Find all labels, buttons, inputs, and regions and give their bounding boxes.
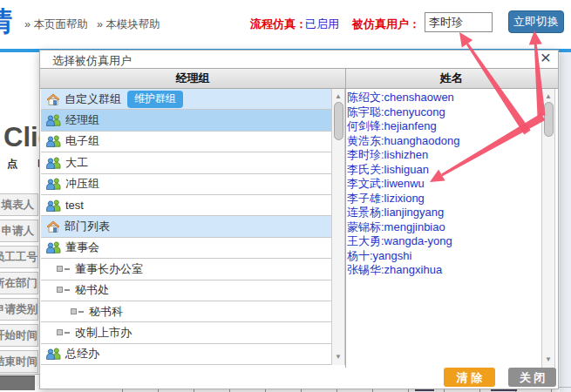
group-people-icon [46,114,61,126]
tree-branch-icon [57,328,71,337]
maintain-group-button[interactable]: 维护群组 [127,91,183,108]
simulated-user-input[interactable] [425,12,493,32]
user-name-item[interactable]: 李子雄:lizixiong [347,192,540,206]
home-icon [46,93,60,105]
tree-item-branch[interactable]: 秘书处 [41,280,331,301]
clear-button[interactable]: 清 除 [444,368,495,387]
tree-item-group[interactable]: 经理组 [41,110,331,131]
names-scrollbar-thumb[interactable] [544,102,554,137]
module-help-link[interactable]: » 本模块帮助 [97,18,160,30]
group-people-icon [46,178,61,190]
top-toolbar: 晴 » 本页面帮助» 本模块帮助 流程仿真： 已启用 被仿真用户： 立即切换 [0,0,571,49]
tree-item-branch[interactable]: 改制上市办 [41,322,331,343]
page-help-link[interactable]: » 本页面帮助 [24,18,88,30]
tree-branch-icon [71,308,85,316]
user-name-item[interactable]: 李文武:liwenwu [347,177,540,192]
background-form-label: 开始时间 [0,324,38,347]
select-user-dialog: 选择被仿真用户 × 经理组 姓名 自定义群组维护群组经理组电子组大工冲压组tes… [39,50,559,389]
names-scrollbar[interactable]: ▲ ▼ [541,89,555,368]
column-divider [345,68,346,368]
user-name-item[interactable]: 李氏关:lishiguan [347,163,540,178]
user-name-item[interactable]: 张锡华:zhangxihua [347,263,540,278]
scroll-down-icon[interactable]: ▼ [542,355,554,365]
user-name-item[interactable]: 陈宇聪:chenyucong [347,105,540,120]
tree-scrollbar-thumb[interactable] [334,102,343,140]
background-form-label: 结束时间 [0,350,38,373]
tree-item-label: 部门列表 [65,219,110,234]
tree-item-label: 改制上市办 [75,325,132,341]
background-form-label: 申请人 [0,220,38,242]
dialog-title: 选择被仿真用户 [52,53,132,69]
screen: 晴 » 本页面帮助» 本模块帮助 流程仿真： 已启用 被仿真用户： 立即切换 C… [0,0,571,392]
tree-item-branch[interactable]: 董事长办公室 [41,259,331,280]
tree-item-branch[interactable]: 秘书科 [41,301,331,322]
tree-item-label: 秘书科 [89,304,123,320]
background-form-label: 员工工号 [0,246,38,268]
background-table-cell [0,375,35,390]
group-people-icon [46,241,61,253]
user-name-item[interactable]: 何剑锋:hejianfeng [347,119,540,134]
user-name-item[interactable]: 蒙锦标:mengjinbiao [347,220,540,235]
background-form-label: 填表人 [0,193,38,216]
scroll-up-icon[interactable]: ▲ [542,91,554,102]
background-line [0,374,39,375]
tree-item-group[interactable]: 大工 [41,152,331,173]
background-panel-right [560,52,571,392]
flow-sim-label: 流程仿真： [250,17,307,32]
user-name-item[interactable]: 陈绍文:chenshaowen [347,91,540,105]
switch-now-button[interactable]: 立即切换 [508,10,564,33]
tree-item-group[interactable]: 总经办 [41,344,331,365]
background-form-label: 申请类别 [0,298,38,321]
breadcrumb: » 本页面帮助» 本模块帮助 [24,17,169,32]
group-people-icon [46,157,61,169]
group-people-icon [46,135,61,147]
tree-item-label: 电子组 [65,133,99,149]
user-name-item[interactable]: 李时珍:lishizhen [347,148,540,163]
tree-item-section[interactable]: 部门列表 [41,216,331,237]
tree-item-group[interactable]: 电子组 [41,132,331,152]
tree-item-group[interactable]: 冲压组 [41,174,331,195]
tree-item-label: 冲压组 [65,176,99,192]
tree-item-label: test [65,199,84,212]
group-people-icon [46,348,61,360]
tree-item-group[interactable]: 董事会 [41,238,331,259]
tree-item-label: 董事长办公室 [75,261,143,277]
tree-item-group[interactable]: test [41,195,331,216]
tree-item-section[interactable]: 自定义群组维护群组 [41,89,331,110]
user-name-list: 陈绍文:chenshaowen陈宇聪:chenyucong何剑锋:hejianf… [347,91,540,352]
close-button[interactable]: 关 闭 [508,368,556,387]
tree-item-label: 大工 [65,155,88,171]
home-icon [46,220,60,233]
user-name-item[interactable]: 杨十:yangshi [347,249,540,264]
name-column-header: 姓名 [345,69,558,88]
user-name-item[interactable]: 连景杨:lianjingyang [347,206,540,220]
tree-scrollbar[interactable]: ▲ ▼ [331,89,345,365]
user-name-item[interactable]: 黄浩东:huanghaodong [347,134,540,149]
tree-item-label: 董事会 [65,240,99,255]
tree-item-label: 秘书处 [75,282,109,298]
background-form-label: 所在部门 [0,272,38,294]
tree-branch-icon [57,265,71,274]
tree-branch-icon [57,286,71,294]
group-people-icon [46,199,61,212]
simulated-user-label: 被仿真用户： [352,17,420,32]
grid-header: 经理组 姓名 [40,68,558,89]
tree-column-header: 经理组 [40,69,345,88]
scroll-down-icon[interactable]: ▼ [332,352,344,362]
flow-sim-status: 已启用 [305,17,339,32]
close-icon[interactable]: × [536,48,555,67]
user-name-item[interactable]: 王大勇:wangda-yong [347,234,540,249]
tree-item-label: 经理组 [65,112,99,128]
clipped-logo-char: 晴 [0,3,17,40]
group-tree: 自定义群组维护群组经理组电子组大工冲压组test部门列表董事会董事长办公室秘书处… [41,89,331,365]
tree-item-label: 总经办 [65,346,99,362]
scroll-up-icon[interactable]: ▲ [332,91,344,102]
tree-item-label: 自定义群组 [65,91,121,107]
